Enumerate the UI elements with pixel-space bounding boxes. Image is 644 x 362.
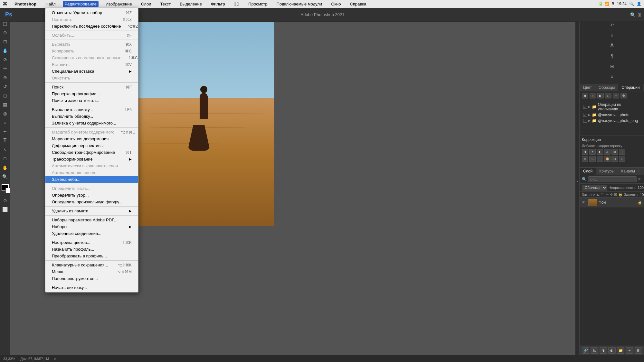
dropdown-item[interactable]: Определить произвольную фигуру... xyxy=(45,199,138,205)
dodge-tool[interactable]: ○ xyxy=(1,118,9,127)
dropdown-item[interactable]: Выполнить обводку... xyxy=(45,113,138,120)
dropdown-item[interactable]: Масштаб с учетом содержимого⌥⇧⌘C xyxy=(45,129,138,135)
dropdown-item[interactable]: Определить кисть... xyxy=(45,185,138,192)
corr-icon-3[interactable]: ◧ xyxy=(597,149,603,155)
ops-item-default[interactable]: ✓ ▶ 📁 Операции по умолчанию xyxy=(582,102,642,112)
shape-tool[interactable]: □ xyxy=(1,154,9,163)
tab-paths[interactable]: Контуры xyxy=(596,168,618,175)
crop-tool[interactable]: ⊡ xyxy=(1,37,9,46)
foreground-color[interactable] xyxy=(2,184,9,191)
dropdown-item[interactable]: Вставить⌘V xyxy=(45,61,138,68)
tab-color[interactable]: Цвет xyxy=(580,84,595,91)
dropdown-item[interactable]: Клавиатурные сокращения...⌥⇧⌘K xyxy=(45,262,138,268)
dropdown-item[interactable]: Заливка с учетом содержимого... xyxy=(45,120,138,126)
dropdown-item[interactable]: Меню...⌥⇧⌘M xyxy=(45,268,138,275)
ops-item-photo-eng[interactable]: ✓ ▶ 📁 @nasyrova_photo_eng xyxy=(582,118,642,124)
tab-operations[interactable]: Операции xyxy=(618,84,643,91)
dropdown-item[interactable]: Наборы▶ xyxy=(45,223,138,230)
screen-mode-btn[interactable]: ⬜ xyxy=(1,205,9,214)
dropdown-item[interactable]: Специальная вставка▶ xyxy=(45,68,138,75)
history-brush-tool[interactable]: ↺ xyxy=(1,82,9,91)
dropdown-item[interactable]: Определить узор... xyxy=(45,192,138,199)
dropdown-item[interactable]: Удаленные соединения... xyxy=(45,230,138,237)
blur-tool[interactable]: ◎ xyxy=(1,109,9,118)
brush-tool[interactable]: ✏ xyxy=(1,64,9,73)
dropdown-item[interactable]: Повторить⇧⌘Z xyxy=(45,16,138,23)
layer-filter-icon[interactable]: ≡ xyxy=(638,177,640,181)
dropdown-item[interactable]: Копировать⌘C xyxy=(45,48,138,54)
layer-effects-btn[interactable]: fx xyxy=(591,347,598,354)
dropdown-item[interactable]: Назначить профиль... xyxy=(45,246,138,253)
menubar-user[interactable]: 👤 xyxy=(637,2,641,6)
layer-visibility-btn[interactable]: 👁 xyxy=(582,200,587,205)
eyedropper-tool[interactable]: 💧 xyxy=(1,46,9,55)
menubar-item-edit[interactable]: Редактирование xyxy=(63,1,99,7)
corr-icon-2[interactable]: ☀ xyxy=(589,149,596,155)
ops-new-btn[interactable]: + xyxy=(613,93,619,98)
dropdown-item[interactable]: Поиск и замена текста... xyxy=(45,97,138,104)
lock-artboard-btn[interactable]: ⊞ xyxy=(614,192,617,197)
layer-search-input[interactable] xyxy=(588,176,637,182)
corr-icon-7[interactable]: H xyxy=(582,156,588,162)
ops-record-btn[interactable]: ● xyxy=(590,93,596,98)
corr-icon-10[interactable]: 🎨 xyxy=(604,156,611,162)
dropdown-item[interactable]: Отменить: Удалить набор⌘Z xyxy=(45,9,138,16)
dropdown-item[interactable]: Замена неба... xyxy=(45,176,138,183)
menubar-item-layers[interactable]: Слои xyxy=(139,1,153,7)
char-icon-btn[interactable]: A xyxy=(608,41,617,50)
ops-check-photo-eng[interactable]: ✓ xyxy=(583,119,587,123)
ops-delete-btn[interactable]: 🗑 xyxy=(620,93,627,98)
lock-transparent-btn[interactable]: ⬚ xyxy=(601,192,604,197)
dropdown-item[interactable]: Трансформирование▶ xyxy=(45,156,138,162)
dropdown-item[interactable]: Свободное трансформирование⌘T xyxy=(45,149,138,156)
dropdown-item[interactable]: Поиск⌘F xyxy=(45,84,138,90)
menubar-item-view[interactable]: Просмотр xyxy=(246,1,269,7)
hand-tool[interactable]: ✋ xyxy=(1,163,9,172)
menubar-search[interactable]: 🔍 xyxy=(629,2,634,6)
corr-icon-8[interactable]: S xyxy=(589,156,596,162)
quick-mask-btn[interactable]: ⊙ xyxy=(1,196,9,205)
dropdown-item[interactable]: Выполнить заливку...⇧F5 xyxy=(45,106,138,113)
layer-link-btn[interactable]: 🔗 xyxy=(582,347,589,354)
menubar-item-photoshop[interactable]: Photoshop xyxy=(13,1,38,7)
dropdown-item[interactable]: Ослабить...⇧F xyxy=(45,32,138,39)
dropdown-item[interactable]: Вырезать⌘X xyxy=(45,41,138,48)
corr-icon-11[interactable]: ⊡ xyxy=(611,156,618,162)
properties-icon-btn[interactable]: ⊞ xyxy=(608,62,617,71)
ops-play-btn[interactable]: ▶ xyxy=(597,93,604,98)
ops-check-default[interactable]: ✓ xyxy=(583,105,587,109)
paragraph-icon-btn[interactable]: ¶ xyxy=(608,51,617,60)
workspace-icon[interactable]: ⊞ xyxy=(638,12,641,17)
info-icon-btn[interactable]: ℹ xyxy=(608,31,617,40)
corr-icon-6[interactable]: ⋮ xyxy=(619,149,625,155)
tab-channels[interactable]: Каналы xyxy=(618,168,639,175)
search-icon[interactable]: 🔍 xyxy=(630,12,636,17)
dropdown-item[interactable]: Преобразовать в профиль... xyxy=(45,253,138,259)
menubar-item-plugins[interactable]: Подключаемые модули xyxy=(275,1,324,7)
lasso-tool[interactable]: ⊙ xyxy=(1,28,9,37)
tab-layer[interactable]: Слой xyxy=(580,168,596,175)
menubar-item-image[interactable]: Изображение xyxy=(104,1,134,7)
menubar-item-window[interactable]: Окно xyxy=(329,1,343,7)
ops-check-photo[interactable]: ✓ xyxy=(583,113,587,117)
zoom-tool[interactable]: 🔍 xyxy=(1,172,9,181)
dropdown-item[interactable]: Марионеточная деформация xyxy=(45,135,138,142)
menubar-item-filter[interactable]: Фильтр xyxy=(209,1,227,7)
dropdown-item[interactable]: Настройка цветов...⇧⌘K xyxy=(45,239,138,246)
menubar-item-text[interactable]: Текст xyxy=(158,1,173,7)
lock-paint-btn[interactable]: ✏ xyxy=(606,192,609,197)
dropdown-item[interactable]: Автоматически выравнивать слои... xyxy=(45,162,138,169)
adjustments-icon-btn[interactable]: ≡ xyxy=(608,72,617,81)
dropdown-item[interactable]: Переключить последнее состояние⌥⌘Z xyxy=(45,23,138,30)
dropdown-item[interactable]: Начать диктовку... xyxy=(45,284,138,291)
collapse-panel-btn[interactable]: « xyxy=(575,8,580,355)
layer-new-icon[interactable]: + xyxy=(642,177,644,181)
dropdown-item[interactable]: Очистить xyxy=(45,75,138,81)
dropdown-item[interactable]: Наборы параметров Adobe PDF... xyxy=(45,217,138,223)
corr-icon-12[interactable]: ⊟ xyxy=(619,156,625,162)
layer-group-btn[interactable]: 📁 xyxy=(617,347,624,354)
layer-row-bg[interactable]: 👁 Фон 🔒 xyxy=(580,198,644,208)
gradient-tool[interactable]: ▦ xyxy=(1,100,9,109)
layer-adj-btn[interactable]: ◐ xyxy=(608,347,616,354)
lock-position-btn[interactable]: ✛ xyxy=(610,192,613,197)
